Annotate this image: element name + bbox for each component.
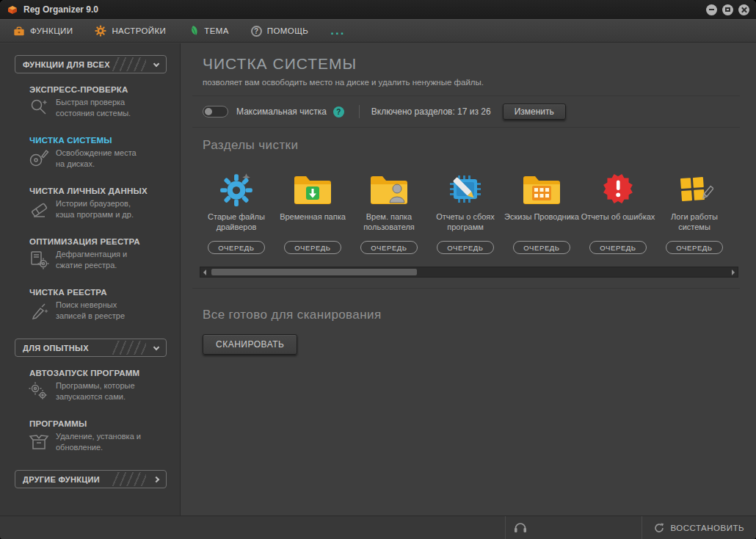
folder-download-icon bbox=[275, 162, 351, 207]
statusbar: ВОССТАНОВИТЬ bbox=[0, 516, 756, 539]
divider bbox=[192, 127, 740, 128]
menu-help[interactable]: ? ПОМОЩЬ bbox=[251, 26, 308, 37]
queue-button[interactable]: ОЧЕРЕДЬ bbox=[284, 241, 341, 254]
nav-item-title: ОПТИМИЗАЦИЯ РЕЕСТРА bbox=[29, 237, 180, 246]
nav-item-desc: Дефрагментация и сжатие реестра. bbox=[56, 249, 147, 272]
scroll-left-arrow-icon[interactable] bbox=[203, 270, 206, 275]
windows-logs-icon bbox=[656, 162, 733, 207]
card-label: Эскизы Проводника bbox=[504, 212, 580, 234]
sections-heading: Разделы чистки bbox=[203, 138, 740, 153]
sidebar-item-programs[interactable]: ПРОГРАММЫ Удаление, установка и обновлен… bbox=[0, 419, 180, 455]
card-old-drivers: Старые файлы драйверов ОЧЕРЕДЬ bbox=[198, 162, 275, 254]
card-temp-folder: Временная папка ОЧЕРЕДЬ bbox=[275, 162, 351, 254]
scrollbar-thumb[interactable] bbox=[211, 269, 417, 275]
driver-gear-icon bbox=[198, 162, 275, 207]
card-label: Временная папка bbox=[275, 212, 351, 234]
sidebar-group-advanced[interactable]: ДЛЯ ОПЫТНЫХ bbox=[15, 339, 167, 357]
menu-settings[interactable]: НАСТРОЙКИ bbox=[95, 25, 166, 37]
nav-item-title: АВТОЗАПУСК ПРОГРАММ bbox=[29, 369, 180, 377]
queue-button[interactable]: ОЧЕРЕДЬ bbox=[208, 241, 264, 254]
menu-functions-label: ФУНКЦИИ bbox=[30, 26, 73, 35]
ready-heading: Все готово для сканирования bbox=[203, 308, 740, 322]
headphones-icon[interactable] bbox=[514, 522, 527, 536]
theme-leaf-icon bbox=[188, 25, 199, 37]
scan-button[interactable]: СКАНИРОВАТЬ bbox=[203, 334, 297, 355]
group-header-label: ДЛЯ ОПЫТНЫХ bbox=[23, 344, 89, 352]
restore-button[interactable]: ВОССТАНОВИТЬ bbox=[641, 516, 756, 539]
stripes-decoration bbox=[112, 341, 146, 355]
divider bbox=[192, 288, 740, 289]
nav-item-title: ЧИСТКА СИСТЕМЫ bbox=[29, 136, 180, 145]
max-clean-toggle[interactable] bbox=[203, 106, 228, 117]
maximize-button[interactable] bbox=[722, 4, 733, 15]
body-area: ФУНКЦИИ ДЛЯ ВСЕХ ЭКСПРЕСС-ПРОВЕРКА Быстр… bbox=[0, 43, 756, 516]
card-crash-reports: Отчеты о сбоях программ ОЧЕРЕДЬ bbox=[427, 162, 504, 254]
sidebar-group-other-functions[interactable]: ДРУГИЕ ФУНКЦИИ bbox=[15, 470, 167, 488]
minimize-icon bbox=[709, 9, 714, 10]
horizontal-scrollbar[interactable] bbox=[200, 267, 738, 278]
change-button[interactable]: Изменить bbox=[503, 104, 566, 120]
nav-item-title: ЧИСТКА ЛИЧНЫХ ДАННЫХ bbox=[29, 187, 180, 195]
nav-item-desc: Программы, которые запускаются сами. bbox=[56, 380, 147, 404]
main-panel: ЧИСТКА СИСТЕМЫ позволяет вам освободить … bbox=[181, 43, 756, 516]
error-burst-icon bbox=[580, 162, 656, 207]
chip-pencil-icon bbox=[427, 162, 504, 207]
queue-button[interactable]: ОЧЕРЕДЬ bbox=[360, 241, 417, 254]
close-button[interactable] bbox=[738, 4, 749, 15]
window-title: Reg Organizer 9.0 bbox=[23, 4, 98, 15]
gear-icon bbox=[95, 25, 106, 37]
scroll-right-arrow-icon[interactable] bbox=[732, 270, 735, 275]
sidebar-item-private-data-cleanup[interactable]: ЧИСТКА ЛИЧНЫХ ДАННЫХ Истории браузеров, … bbox=[0, 187, 180, 222]
titlebar: Reg Organizer 9.0 bbox=[0, 0, 756, 19]
menu-help-label: ПОМОЩЬ bbox=[267, 26, 308, 35]
nav-item-desc: Поиск неверных записей в реестре bbox=[56, 300, 147, 323]
nav-item-title: ЭКСПРЕСС-ПРОВЕРКА bbox=[29, 85, 180, 94]
maximize-icon bbox=[725, 7, 730, 12]
folder-user-icon bbox=[351, 162, 427, 207]
minimize-button[interactable] bbox=[706, 4, 717, 15]
queue-button[interactable]: ОЧЕРЕДЬ bbox=[666, 241, 722, 254]
stripes-decoration bbox=[112, 57, 146, 71]
card-label: Логи работы системы bbox=[656, 212, 733, 234]
chevron-down-icon bbox=[153, 344, 159, 350]
enabled-sections-text: Включено разделов: 17 из 26 bbox=[371, 106, 491, 117]
sidebar-item-registry-optimization[interactable]: ОПТИМИЗАЦИЯ РЕЕСТРА Дефрагментация и сжа… bbox=[0, 237, 180, 272]
eraser-icon bbox=[28, 198, 56, 222]
folder-thumbnails-icon bbox=[504, 162, 580, 207]
card-label: Отчеты об ошибках bbox=[580, 212, 656, 234]
max-clean-label: Максимальная чистка bbox=[236, 106, 327, 117]
sidebar-group-functions-for-all[interactable]: ФУНКЦИИ ДЛЯ ВСЕХ bbox=[15, 55, 167, 73]
group-header-label: ФУНКЦИИ ДЛЯ ВСЕХ bbox=[23, 60, 110, 69]
app-window: Reg Organizer 9.0 ФУНКЦИИ bbox=[0, 0, 756, 539]
max-clean-row: Максимальная чистка ? Включено разделов:… bbox=[203, 96, 740, 127]
disk-broom-icon bbox=[28, 148, 56, 171]
restore-icon bbox=[654, 523, 664, 533]
sidebar-item-system-cleanup[interactable]: ЧИСТКА СИСТЕМЫ Освобождение места на дис… bbox=[0, 136, 180, 171]
restore-label: ВОССТАНОВИТЬ bbox=[670, 524, 744, 532]
sidebar: ФУНКЦИИ ДЛЯ ВСЕХ ЭКСПРЕСС-ПРОВЕРКА Быстр… bbox=[0, 43, 181, 516]
menu-functions[interactable]: ФУНКЦИИ bbox=[13, 26, 73, 37]
help-icon: ? bbox=[251, 26, 262, 37]
cleanup-cards: Старые файлы драйверов ОЧЕРЕДЬ Временн bbox=[198, 162, 740, 254]
briefcase-icon bbox=[13, 26, 25, 37]
open-box-icon bbox=[28, 431, 56, 455]
menu-more-button[interactable]: ... bbox=[330, 27, 345, 35]
sidebar-item-autorun[interactable]: АВТОЗАПУСК ПРОГРАММ Программы, которые з… bbox=[0, 369, 180, 404]
card-user-temp-folder: Врем. папка пользователя ОЧЕРЕДЬ bbox=[351, 162, 427, 254]
sidebar-item-registry-cleanup[interactable]: ЧИСТКА РЕЕСТРА Поиск неверных записей в … bbox=[0, 288, 180, 323]
sidebar-item-express-check[interactable]: ЭКСПРЕСС-ПРОВЕРКА Быстрая проверка состо… bbox=[0, 85, 180, 120]
max-clean-help-icon[interactable]: ? bbox=[333, 106, 344, 117]
nav-item-title: ПРОГРАММЫ bbox=[29, 419, 180, 428]
queue-button[interactable]: ОЧЕРЕДЬ bbox=[513, 241, 570, 254]
magnifier-icon bbox=[28, 97, 56, 120]
group-header-label: ДРУГИЕ ФУНКЦИИ bbox=[23, 475, 100, 484]
chevron-right-icon bbox=[153, 476, 159, 482]
menu-theme[interactable]: ТЕМА bbox=[188, 25, 229, 37]
book-gear-icon bbox=[28, 249, 56, 272]
queue-button[interactable]: ОЧЕРЕДЬ bbox=[437, 241, 493, 254]
card-error-reports: Отчеты об ошибках ОЧЕРЕДЬ bbox=[580, 162, 656, 254]
toggle-knob bbox=[205, 108, 212, 115]
queue-button[interactable]: ОЧЕРЕДЬ bbox=[589, 241, 646, 254]
brush-icon bbox=[28, 300, 56, 323]
card-explorer-thumbnails: Эскизы Проводника ОЧЕРЕДЬ bbox=[504, 162, 580, 254]
